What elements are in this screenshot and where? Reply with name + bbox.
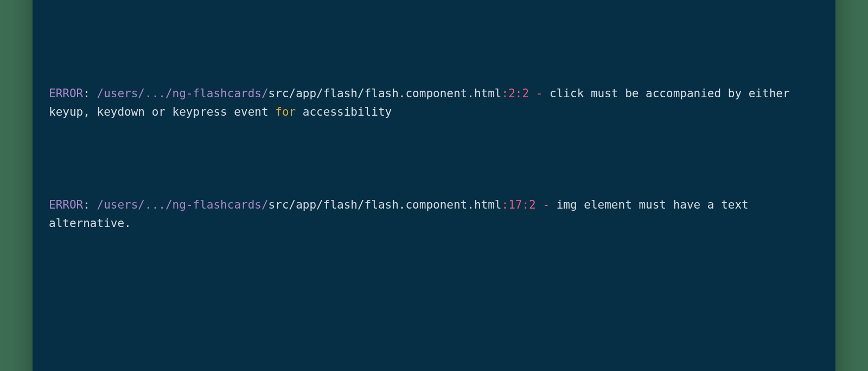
keyword-for: for — [275, 105, 296, 118]
error-label: ERROR — [49, 198, 83, 211]
terminal-output: > ng lint Linting "ng-flashcards"... ERR… — [49, 0, 819, 371]
component-word: component — [405, 198, 467, 211]
dot: . — [467, 198, 474, 211]
column-number: 2 — [522, 87, 529, 100]
stage: > ng lint Linting "ng-flashcards"... ERR… — [0, 0, 868, 371]
colon: : — [83, 87, 97, 100]
blank-line — [49, 0, 819, 10]
dot: . — [467, 87, 474, 100]
dot: . — [399, 198, 406, 211]
error-line-1: ERROR: /users/.../ng-flashcards/src/app/… — [49, 84, 819, 121]
component-word: component — [405, 87, 467, 100]
path-prefix: /users/.../ng-flashcards/ — [97, 87, 269, 100]
terminal-window: > ng lint Linting "ng-flashcards"... ERR… — [33, 0, 835, 371]
path-suffix: src/app/flash/flash — [269, 198, 399, 211]
colon: : — [83, 198, 97, 211]
colon: : — [502, 87, 509, 100]
line-number: 17 — [508, 198, 522, 211]
path-prefix: /users/.../ng-flashcards/ — [97, 198, 269, 211]
colon: : — [515, 87, 522, 100]
dot: . — [399, 87, 406, 100]
column-number: 2 — [529, 198, 536, 211]
path-suffix: src/app/flash/flash — [269, 87, 399, 100]
blank-line — [49, 288, 819, 306]
colon: : — [502, 198, 509, 211]
file-ext: html — [474, 198, 502, 211]
error-line-2: ERROR: /users/.../ng-flashcards/src/app/… — [49, 196, 819, 232]
dash: - — [536, 198, 557, 211]
file-ext: html — [474, 87, 502, 100]
error-label: ERROR — [49, 87, 83, 100]
colon: : — [522, 198, 529, 211]
error-message: accessibility — [296, 105, 392, 118]
line-number: 2 — [508, 87, 515, 100]
dash: - — [529, 87, 550, 100]
